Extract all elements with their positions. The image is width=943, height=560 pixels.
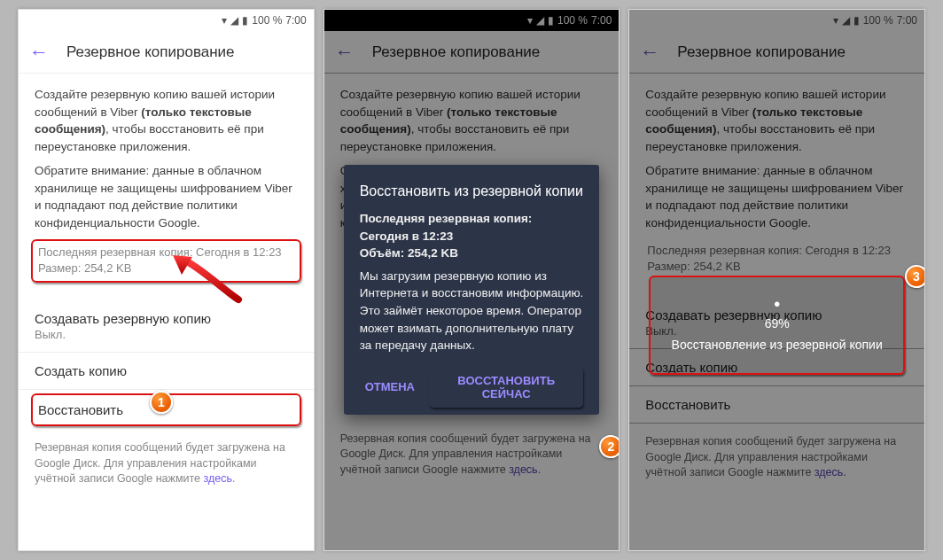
wifi-icon: ▾ [222, 14, 227, 27]
progress-label: Восстановление из резервной копии [659, 338, 894, 352]
dialog-body-2: Это займёт некоторое время. Оператор мож… [360, 302, 584, 354]
last-backup-box: Последняя резервная копия: Сегодня в 12:… [31, 239, 301, 284]
battery-text: 100 % [252, 14, 282, 27]
restore-now-button[interactable]: ВОССТАНОВИТЬ СЕЙЧАС [429, 367, 583, 408]
cancel-button[interactable]: ОТМЕНА [360, 367, 420, 408]
page-title: Резервное копирование [66, 43, 235, 61]
battery-icon: ▮ [242, 14, 248, 27]
dialog-title: Восстановить из резервной копии [360, 181, 584, 201]
footer-note: Резервная копия сообщений будет загружен… [19, 430, 314, 498]
clock: 7:00 [285, 14, 306, 27]
phone-screen-2: ▾ ◢ ▮ 100 % 7:00 ← Резервное копирование… [323, 9, 620, 551]
progress-percent: 69% [659, 316, 894, 331]
phone-screen-3: ▾ ◢ ▮ 100 % 7:00 ← Резервное копирование… [628, 9, 925, 551]
phone-screen-1: ▾ ◢ ▮ 100 % 7:00 ← Резервное копирование… [18, 9, 315, 551]
dialog-body-1: Мы загрузим резервную копию из Интернета… [360, 268, 584, 302]
back-arrow-icon[interactable]: ← [29, 41, 49, 64]
intro-block: Создайте резервную копию вашей истории с… [19, 74, 314, 300]
restore-dialog: Восстановить из резервной копии Последня… [344, 165, 600, 415]
cloud-note: Обратите внимание: данные в облачном хра… [35, 162, 298, 231]
footer-link[interactable]: здесь [203, 472, 231, 485]
badge-2: 2 [599, 435, 620, 458]
progress-overlay: • 69% Восстановление из резервной копии [649, 276, 905, 375]
auto-backup-row[interactable]: Создавать резервную копию Выкл. [19, 300, 314, 353]
create-backup-row[interactable]: Создать копию [19, 353, 314, 390]
badge-3: 3 [905, 265, 925, 288]
status-bar: ▾ ◢ ▮ 100 % 7:00 [19, 10, 314, 31]
app-bar: ← Резервное копирование [19, 31, 314, 74]
spinner-icon: • [659, 300, 894, 307]
signal-icon: ◢ [230, 14, 238, 27]
badge-1: 1 [150, 391, 173, 414]
